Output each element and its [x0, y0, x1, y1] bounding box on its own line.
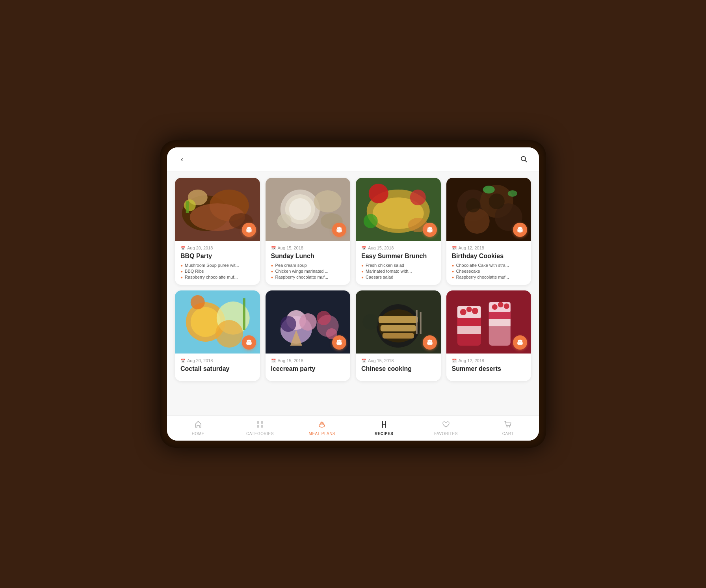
bullet-icon: ●	[452, 275, 454, 279]
bullet-icon: ●	[180, 263, 183, 268]
list-item: ● Raspberry chocolatte muf...	[180, 275, 255, 279]
meal-plan-badge	[513, 223, 527, 237]
meal-plan-card-coctail-saturday[interactable]: 📅 Aug 20, 2018 Coctail saturday	[175, 290, 260, 381]
svg-point-62	[250, 340, 251, 342]
svg-rect-107	[489, 319, 510, 326]
meal-plan-card-chinese-cooking[interactable]: 📅 Aug 15, 2018 Chinese cooking	[356, 290, 441, 381]
svg-point-77	[337, 340, 338, 342]
svg-point-68	[299, 313, 316, 331]
meal-plan-badge	[332, 223, 346, 237]
svg-rect-87	[420, 312, 422, 334]
header: ‹	[167, 147, 539, 171]
svg-point-38	[429, 227, 431, 229]
bullet-icon: ●	[180, 269, 183, 274]
nav-item-meal-plans[interactable]: MEAL PLANS	[291, 419, 353, 437]
calendar-icon: 📅	[180, 246, 185, 250]
meal-plan-badge	[423, 335, 437, 350]
home-icon	[194, 421, 202, 430]
svg-point-117	[319, 424, 325, 427]
nav-item-cart[interactable]: CART	[477, 419, 539, 437]
calendar-icon: 📅	[452, 246, 457, 250]
svg-point-103	[492, 304, 497, 310]
list-item: ● Cheesecake	[452, 269, 526, 274]
card-items-list: ● Mushroom Soup puree wit... ● BBQ Ribs …	[180, 263, 255, 279]
card-title: Chinese cooking	[361, 365, 435, 372]
svg-point-43	[464, 208, 489, 234]
list-item: ● BBQ Ribs	[180, 269, 255, 274]
svg-rect-106	[489, 312, 510, 319]
svg-point-21	[277, 214, 291, 228]
meal-plan-card-bbq-party[interactable]: 📅 Aug 20, 2018 BBQ Party ● Mushroom Soup…	[175, 178, 260, 285]
card-items-list: ● Pea cream soup ● Chicken wings marinat…	[271, 263, 345, 279]
card-image-summer-deserts	[446, 290, 531, 354]
bullet-icon: ●	[361, 275, 364, 279]
list-item: ● Chicken wings marinated ...	[271, 269, 345, 274]
list-item: ● Mushroom Soup puree wit...	[180, 263, 255, 268]
meal-plan-card-easy-summer-brunch[interactable]: 📅 Aug 15, 2018 Easy Summer Brunch ● Fres…	[356, 178, 441, 285]
svg-point-64	[248, 340, 250, 342]
svg-point-26	[338, 227, 340, 229]
card-date: 📅 Aug 15, 2018	[361, 246, 435, 250]
svg-point-31	[410, 190, 426, 205]
svg-point-63	[247, 340, 248, 342]
meal-plan-badge	[513, 335, 527, 350]
svg-point-85	[363, 314, 379, 330]
card-body: 📅 Aug 15, 2018 Easy Summer Brunch ● Fres…	[356, 241, 441, 285]
card-title: Birthday Cookies	[452, 253, 526, 260]
nav-label-meal-plans: MEAL PLANS	[309, 432, 335, 436]
search-button[interactable]	[518, 154, 530, 165]
list-item: ● Chocolatte Cake with stra...	[452, 263, 526, 268]
svg-point-70	[280, 316, 296, 332]
meal-plan-badge	[423, 223, 437, 237]
card-date: 📅 Aug 15, 2018	[271, 246, 345, 250]
card-image-icecream-party	[266, 290, 351, 354]
svg-point-110	[521, 340, 522, 342]
meal-plan-card-birthday-cookies[interactable]: 📅 Aug 12, 2018 Birthday Cookies ● Chocol…	[446, 178, 531, 285]
card-body: 📅 Aug 12, 2018 Summer deserts	[446, 354, 531, 381]
svg-point-57	[216, 320, 243, 348]
svg-point-12	[250, 227, 251, 229]
nav-item-home[interactable]: HOME	[167, 419, 229, 437]
svg-point-45	[489, 194, 504, 209]
card-body: 📅 Aug 15, 2018 Sunday Lunch ● Pea cream …	[266, 241, 351, 285]
svg-point-51	[518, 227, 519, 229]
list-item: ● Raspberry chocolatte muf...	[452, 275, 526, 279]
cards-grid: 📅 Aug 20, 2018 BBQ Party ● Mushroom Soup…	[175, 178, 531, 381]
nav-label-home: HOME	[192, 432, 204, 436]
calendar-icon: 📅	[180, 359, 185, 363]
meal-plan-card-sunday-lunch[interactable]: 📅 Aug 15, 2018 Sunday Lunch ● Pea cream …	[266, 178, 351, 285]
nav-item-recipes[interactable]: RECIPES	[353, 419, 415, 437]
svg-point-104	[498, 302, 503, 307]
card-date: 📅 Aug 12, 2018	[452, 358, 526, 363]
search-icon	[520, 156, 528, 163]
svg-rect-97	[457, 326, 481, 334]
back-button[interactable]: ‹	[176, 154, 188, 165]
bullet-icon: ●	[452, 263, 454, 268]
calendar-icon: 📅	[452, 359, 457, 363]
card-image-chinese-cooking	[356, 290, 441, 354]
card-date: 📅 Aug 20, 2018	[180, 358, 255, 363]
nav-label-recipes: RECIPES	[375, 432, 393, 436]
card-body: 📅 Aug 20, 2018 Coctail saturday	[175, 354, 260, 381]
nav-label-categories: CATEGORIES	[246, 432, 274, 436]
card-date: 📅 Aug 15, 2018	[271, 358, 345, 363]
card-image-sunday-lunch	[266, 178, 351, 241]
meal-plan-card-summer-deserts[interactable]: 📅 Aug 12, 2018 Summer deserts	[446, 290, 531, 381]
calendar-icon: 📅	[361, 246, 366, 250]
svg-rect-113	[257, 421, 259, 424]
bullet-icon: ●	[271, 275, 273, 279]
bullet-icon: ●	[180, 275, 183, 279]
svg-point-24	[340, 227, 342, 229]
bottom-navigation: HOME CATEGORIES MEAL PLANS RECIPES FAVOR…	[167, 415, 539, 441]
meal-plan-card-icecream-party[interactable]: 📅 Aug 15, 2018 Icecream party	[266, 290, 351, 381]
nav-item-favorites[interactable]: FAVORITES	[415, 419, 477, 437]
cart-icon	[504, 421, 512, 430]
svg-point-37	[427, 227, 429, 229]
svg-point-100	[472, 308, 478, 314]
svg-rect-59	[243, 298, 245, 330]
nav-item-categories[interactable]: CATEGORIES	[229, 419, 291, 437]
card-image-birthday-cookies	[446, 178, 531, 241]
meal-plan-badge	[242, 335, 256, 350]
card-title: Summer deserts	[452, 365, 526, 372]
svg-rect-84	[383, 333, 414, 339]
